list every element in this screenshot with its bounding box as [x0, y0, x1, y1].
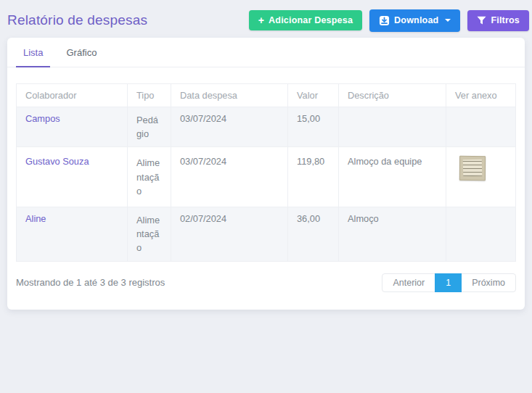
collaborator-link[interactable]: Campos — [25, 113, 60, 124]
cell-descricao: Almoço — [339, 207, 446, 261]
table-footer: Mostrando de 1 até 3 de 3 registros Ante… — [7, 262, 525, 306]
pagination-next-button[interactable]: Próximo — [461, 273, 516, 293]
download-button[interactable]: Download — [369, 9, 460, 32]
pagination-prev-button[interactable]: Anterior — [382, 273, 435, 293]
cell-descricao: Almoço da equipe — [339, 147, 446, 207]
expenses-card: Lista Gráfico Colaborador Tipo Data desp… — [7, 38, 525, 310]
col-colaborador: Colaborador — [17, 84, 128, 107]
expenses-table: Colaborador Tipo Data despesa Valor Desc… — [16, 83, 516, 262]
records-summary: Mostrando de 1 até 3 de 3 registros — [16, 277, 165, 288]
tab-lista[interactable]: Lista — [16, 38, 50, 67]
table-row: Aline Alimentação 02/07/2024 36,00 Almoç… — [17, 207, 516, 261]
cell-valor: 15,00 — [288, 107, 339, 147]
cell-valor: 119,80 — [288, 147, 339, 207]
col-tipo: Tipo — [128, 84, 171, 107]
filter-funnel-icon — [477, 16, 486, 25]
attachment-thumbnail[interactable] — [459, 156, 486, 181]
col-data-despesa: Data despesa — [171, 84, 288, 107]
cell-data: 02/07/2024 — [171, 207, 288, 261]
table-row: Campos Pedágio 03/07/2024 15,00 — [17, 107, 516, 147]
table-header-row: Colaborador Tipo Data despesa Valor Desc… — [17, 84, 516, 107]
file-download-icon — [379, 15, 390, 26]
cell-tipo: Pedágio — [128, 107, 171, 147]
cell-data: 03/07/2024 — [171, 147, 288, 207]
filters-button[interactable]: Filtros — [467, 10, 529, 31]
cell-descricao — [339, 107, 446, 147]
col-descricao: Descrição — [339, 84, 446, 107]
page-title: Relatório de despesas — [7, 12, 147, 28]
cell-valor: 36,00 — [288, 207, 339, 261]
filters-label: Filtros — [491, 16, 520, 25]
collaborator-link[interactable]: Aline — [25, 213, 46, 224]
cell-data: 03/07/2024 — [171, 107, 288, 147]
tab-bar: Lista Gráfico — [7, 38, 525, 67]
cell-anexo — [446, 107, 516, 147]
pagination-page-1-button[interactable]: 1 — [435, 273, 462, 293]
cell-tipo: Alimentação — [128, 207, 171, 261]
expenses-table-wrap: Colaborador Tipo Data despesa Valor Desc… — [7, 67, 525, 262]
col-valor: Valor — [288, 84, 339, 107]
add-expense-label: Adicionar Despesa — [269, 16, 353, 25]
tab-grafico[interactable]: Gráfico — [59, 38, 104, 67]
pagination: Anterior 1 Próximo — [382, 273, 516, 293]
cell-anexo — [446, 147, 516, 207]
header-actions: + Adicionar Despesa Download Filtr — [249, 9, 529, 32]
page-header: Relatório de despesas + Adicionar Despes… — [0, 0, 532, 38]
add-expense-button[interactable]: + Adicionar Despesa — [249, 10, 362, 31]
collaborator-link[interactable]: Gustavo Souza — [25, 156, 89, 167]
cell-tipo: Alimentação — [128, 147, 171, 207]
caret-down-icon — [445, 19, 451, 22]
col-ver-anexo: Ver anexo — [446, 84, 516, 107]
download-label: Download — [394, 16, 438, 25]
cell-anexo — [446, 207, 516, 261]
table-row: Gustavo Souza Alimentação 03/07/2024 119… — [17, 147, 516, 207]
